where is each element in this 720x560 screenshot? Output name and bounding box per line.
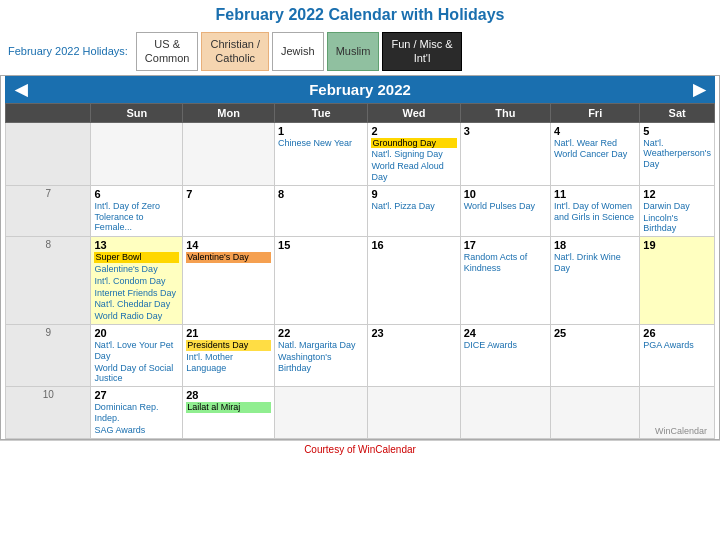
date-number: 25 (554, 327, 636, 339)
calendar-cell-feb11: 11 Int'l. Day of Women and Girls in Scie… (550, 185, 639, 236)
calendar-cell-feb14: 14 Valentine's Day (183, 237, 275, 325)
event-presidents-day: Presidents Day (186, 340, 271, 351)
date-number: 24 (464, 327, 547, 339)
calendar-cell-feb28: 28 Lailat al Miraj (183, 387, 275, 438)
calendar-cell-empty (275, 387, 368, 438)
calendar-cell-feb16: 16 (368, 237, 460, 325)
event: Chinese New Year (278, 138, 364, 149)
date-number: 9 (371, 188, 456, 200)
calendar-cell-feb1: 1 Chinese New Year (275, 122, 368, 185)
week-num-2: 7 (6, 185, 91, 236)
calendar-wrapper: ◀ February 2022 ▶ Sun Mon Tue Wed Thu Fr… (0, 75, 720, 440)
date-number: 20 (94, 327, 179, 339)
wincalendar-credit: WinCalendar (655, 426, 711, 436)
date-number: 27 (94, 389, 179, 401)
event: World Cancer Day (554, 149, 636, 160)
month-title: February 2022 (37, 76, 683, 103)
event: Int'l. Day of Zero Tolerance to Female..… (94, 201, 179, 233)
filter-christian-catholic[interactable]: Christian /Catholic (201, 32, 269, 71)
calendar-cell-feb15: 15 (275, 237, 368, 325)
date-number: 6 (94, 188, 179, 200)
week-num-3: 8 (6, 237, 91, 325)
date-number: 17 (464, 239, 547, 251)
calendar-cell-feb9: 9 Nat'l. Pizza Day (368, 185, 460, 236)
date-number: 19 (643, 239, 711, 251)
col-header-thu: Thu (460, 103, 550, 122)
col-header-wed: Wed (368, 103, 460, 122)
calendar-cell-empty: WinCalendar (640, 387, 715, 438)
calendar-cell-feb22: 22 Natl. Margarita Day Washington's Birt… (275, 324, 368, 386)
calendar-cell-feb8: 8 (275, 185, 368, 236)
filter-fun-misc[interactable]: Fun / Misc &Int'l (382, 32, 461, 71)
event: Internet Friends Day (94, 288, 179, 299)
date-number: 8 (278, 188, 364, 200)
calendar-cell-feb27: 27 Dominican Rep. Indep. SAG Awards (91, 387, 183, 438)
calendar-cell-empty (91, 122, 183, 185)
event: Lincoln's Birthday (643, 213, 711, 235)
calendar-table: Sun Mon Tue Wed Thu Fri Sat 1 Chinese Ne… (5, 103, 715, 439)
table-row: 8 13 Super Bowl Galentine's Day Int'l. C… (6, 237, 715, 325)
table-row: 1 Chinese New Year 2 Groundhog Day Nat'l… (6, 122, 715, 185)
date-number: 21 (186, 327, 271, 339)
event-dice-awards: DICE Awards (464, 340, 547, 351)
event: Int'l. Mother Language (186, 352, 271, 374)
table-row: 7 6 Int'l. Day of Zero Tolerance to Fema… (6, 185, 715, 236)
table-row: 9 20 Nat'l. Love Your Pet Day World Day … (6, 324, 715, 386)
date-number: 11 (554, 188, 636, 200)
event: Natl. Margarita Day (278, 340, 364, 351)
calendar-cell-feb18: 18 Nat'l. Drink Wine Day (550, 237, 639, 325)
date-number: 26 (643, 327, 711, 339)
filter-muslim[interactable]: Muslim (327, 32, 380, 71)
col-header-fri: Fri (550, 103, 639, 122)
filter-buttons: US &Common Christian /Catholic Jewish Mu… (136, 32, 462, 71)
calendar-cell-feb24: 24 DICE Awards (460, 324, 550, 386)
calendar-cell-feb6: 6 Int'l. Day of Zero Tolerance to Female… (91, 185, 183, 236)
date-number: 14 (186, 239, 271, 251)
event: Nat'l. Wear Red (554, 138, 636, 149)
week-num-5: 10 (6, 387, 91, 438)
calendar-cell-empty (183, 122, 275, 185)
calendar-cell-empty (368, 387, 460, 438)
next-month-button[interactable]: ▶ (683, 76, 715, 103)
event-groundhog: Groundhog Day (371, 138, 456, 149)
calendar-cell-feb17: 17 Random Acts of Kindness (460, 237, 550, 325)
page-title: February 2022 Calendar with Holidays (0, 0, 720, 28)
calendar-cell-feb13: 13 Super Bowl Galentine's Day Int'l. Con… (91, 237, 183, 325)
event: World Pulses Day (464, 201, 547, 212)
event: Nat'l. Cheddar Day (94, 299, 179, 310)
event: Nat'l. Love Your Pet Day (94, 340, 179, 362)
date-number: 12 (643, 188, 711, 200)
calendar-cell-feb7: 7 (183, 185, 275, 236)
col-header-sun: Sun (91, 103, 183, 122)
event-sag-awards: SAG Awards (94, 425, 179, 436)
date-number: 22 (278, 327, 364, 339)
prev-month-button[interactable]: ◀ (5, 76, 37, 103)
date-number: 10 (464, 188, 547, 200)
event: Nat'l. Signing Day (371, 149, 456, 160)
event: Nat'l. Weatherperson's Day (643, 138, 711, 170)
date-number: 5 (643, 125, 711, 137)
filter-jewish[interactable]: Jewish (272, 32, 324, 71)
event: Dominican Rep. Indep. (94, 402, 179, 424)
calendar-cell-empty (550, 387, 639, 438)
event-valentines: Valentine's Day (186, 252, 271, 263)
calendar-cell-feb4: 4 Nat'l. Wear Red World Cancer Day (550, 122, 639, 185)
calendar-cell-feb21: 21 Presidents Day Int'l. Mother Language (183, 324, 275, 386)
calendar-cell-feb23: 23 (368, 324, 460, 386)
col-header-sat: Sat (640, 103, 715, 122)
event: World Radio Day (94, 311, 179, 322)
date-number: 1 (278, 125, 364, 137)
calendar-cell-feb2: 2 Groundhog Day Nat'l. Signing Day World… (368, 122, 460, 185)
filter-us-common[interactable]: US &Common (136, 32, 199, 71)
date-number: 3 (464, 125, 547, 137)
event-pga-awards: PGA Awards (643, 340, 711, 351)
event-condom-day: Int'l. Condom Day (94, 276, 179, 287)
week-num-4: 9 (6, 324, 91, 386)
event: Darwin Day (643, 201, 711, 212)
event-superbowl: Super Bowl (94, 252, 179, 263)
date-number: 13 (94, 239, 179, 251)
event: Galentine's Day (94, 264, 179, 275)
date-number: 23 (371, 327, 456, 339)
date-number: 18 (554, 239, 636, 251)
event-lailat-al-miraj: Lailat al Miraj (186, 402, 271, 413)
